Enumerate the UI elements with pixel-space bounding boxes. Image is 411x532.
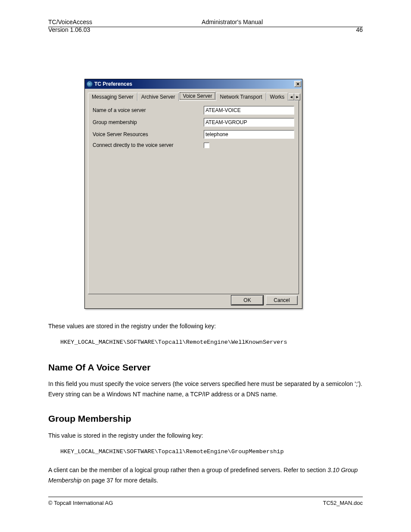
close-button[interactable]: ✕ (294, 81, 301, 87)
page-footer: © Topcall International AG TC52_MAN.doc (48, 497, 363, 506)
row-group-membership: Group membership (93, 118, 294, 127)
tab-network-transport[interactable]: Network Transport (216, 93, 266, 101)
footer-filename: TC52_MAN.doc (323, 500, 363, 506)
tab-works[interactable]: Works (266, 93, 289, 101)
tab-panel: Name of a voice server Group membership … (88, 100, 299, 294)
tab-row: Messaging Server Archive Server Voice Se… (88, 92, 299, 100)
tab-scroll-left[interactable]: ◄ (288, 93, 294, 100)
heading-name-of-voice-server: Name Of A Voice Server (48, 360, 363, 375)
titlebar: TC Preferences ✕ (85, 79, 302, 89)
para4-a: A client can be the member of a logical … (48, 467, 326, 473)
tab-scroll: ◄ ► (288, 93, 300, 100)
window-title: TC Preferences (94, 81, 132, 87)
product-name: TC/VoiceAccess (48, 19, 92, 25)
cancel-button[interactable]: Cancel (266, 296, 298, 305)
input-group-membership[interactable] (204, 118, 294, 127)
button-row: OK Cancel (231, 296, 298, 305)
label-voice-server-resources: Voice Server Resources (93, 131, 204, 137)
doc-version: Version 1.06.03 (48, 26, 90, 33)
heading-group-membership: Group Membership (48, 411, 363, 426)
footer-copyright: © Topcall International AG (48, 500, 113, 506)
row-voice-server-resources: Voice Server Resources (93, 130, 294, 139)
registry-key-2: HKEY_LOCAL_MACHINE\SOFTWARE\Topcall\Remo… (60, 447, 363, 457)
label-group-membership: Group membership (93, 119, 204, 125)
input-voice-server-resources[interactable] (204, 130, 294, 139)
label-voice-server-name: Name of a voice server (93, 107, 204, 113)
preferences-window: TC Preferences ✕ Messaging Server Archiv… (84, 79, 302, 309)
para4-b: on page 37 for more details. (81, 477, 158, 484)
label-connect-directly: Connect directly to the voice server (93, 142, 204, 148)
para-name-of-voice-server: In this field you must specify the voice… (48, 379, 363, 400)
para-group-key-intro: This value is stored in the registry und… (48, 431, 363, 441)
tab-archive-server[interactable]: Archive Server (137, 93, 179, 101)
para-stored-key: These values are stored in the registry … (48, 321, 363, 332)
para-group-detail: A client can be the member of a logical … (48, 465, 363, 486)
page-header: TC/VoiceAccess Administrator's Manual Ve… (48, 19, 363, 27)
input-voice-server-name[interactable] (204, 106, 294, 115)
page-number: 46 (356, 26, 363, 33)
app-icon (87, 81, 93, 87)
tab-voice-server[interactable]: Voice Server (179, 91, 216, 100)
registry-key-1: HKEY_LOCAL_MACHINE\SOFTWARE\Topcall\Remo… (60, 338, 363, 348)
tab-scroll-right[interactable]: ► (294, 93, 300, 100)
tab-messaging-server[interactable]: Messaging Server (88, 93, 137, 101)
row-connect-directly: Connect directly to the voice server (93, 142, 294, 148)
doc-title: Administrator's Manual (202, 19, 263, 25)
checkbox-connect-directly[interactable] (204, 143, 209, 148)
row-voice-server-name: Name of a voice server (93, 106, 294, 115)
ok-button[interactable]: OK (231, 296, 263, 305)
body-text: These values are stored in the registry … (48, 321, 363, 486)
